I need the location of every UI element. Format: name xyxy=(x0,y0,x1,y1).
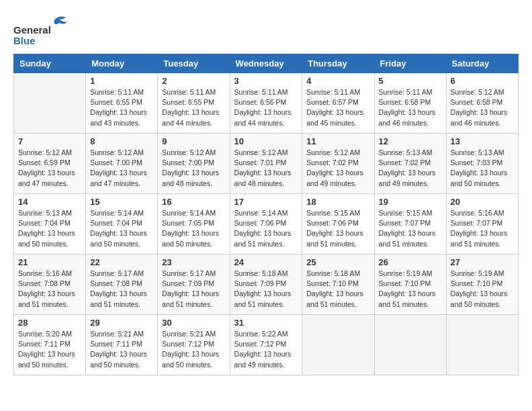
day-number: 18 xyxy=(306,197,369,207)
day-cell: 25Sunrise: 5:18 AMSunset: 7:10 PMDayligh… xyxy=(302,255,374,315)
week-row-1: 1Sunrise: 5:11 AMSunset: 6:55 PMDaylight… xyxy=(14,73,519,134)
day-number: 26 xyxy=(379,257,442,267)
day-number: 10 xyxy=(234,136,298,146)
day-info: Sunrise: 5:12 AMSunset: 7:02 PMDaylight:… xyxy=(306,148,369,189)
day-number: 28 xyxy=(18,318,81,328)
day-info: Sunrise: 5:14 AMSunset: 7:04 PMDaylight:… xyxy=(90,208,153,249)
day-cell: 21Sunrise: 5:16 AMSunset: 7:08 PMDayligh… xyxy=(14,255,86,315)
day-cell: 29Sunrise: 5:21 AMSunset: 7:11 PMDayligh… xyxy=(86,315,158,375)
day-number: 7 xyxy=(18,136,81,146)
day-info: Sunrise: 5:14 AMSunset: 7:05 PMDaylight:… xyxy=(162,208,225,249)
day-info: Sunrise: 5:11 AMSunset: 6:56 PMDaylight:… xyxy=(234,87,298,128)
day-info: Sunrise: 5:11 AMSunset: 6:55 PMDaylight:… xyxy=(90,87,153,128)
day-info: Sunrise: 5:19 AMSunset: 7:10 PMDaylight:… xyxy=(451,269,514,310)
day-number: 13 xyxy=(451,136,514,146)
day-number: 11 xyxy=(306,136,369,146)
day-info: Sunrise: 5:18 AMSunset: 7:10 PMDaylight:… xyxy=(306,269,369,310)
day-number: 25 xyxy=(306,257,369,267)
day-cell: 2Sunrise: 5:11 AMSunset: 6:55 PMDaylight… xyxy=(158,73,230,134)
day-number: 6 xyxy=(451,76,514,86)
day-info: Sunrise: 5:21 AMSunset: 7:11 PMDaylight:… xyxy=(90,329,153,370)
day-number: 17 xyxy=(234,197,298,207)
day-cell: 22Sunrise: 5:17 AMSunset: 7:08 PMDayligh… xyxy=(86,255,158,315)
header-monday: Monday xyxy=(86,54,158,73)
day-info: Sunrise: 5:17 AMSunset: 7:08 PMDaylight:… xyxy=(90,269,153,310)
day-number: 8 xyxy=(90,136,153,146)
day-number: 1 xyxy=(90,76,153,86)
day-cell: 11Sunrise: 5:12 AMSunset: 7:02 PMDayligh… xyxy=(302,134,374,194)
day-info: Sunrise: 5:16 AMSunset: 7:08 PMDaylight:… xyxy=(18,269,81,310)
logo: General Blue xyxy=(13,13,74,47)
day-number: 23 xyxy=(162,257,225,267)
header-friday: Friday xyxy=(374,54,446,73)
day-info: Sunrise: 5:14 AMSunset: 7:06 PMDaylight:… xyxy=(234,208,298,249)
day-number: 14 xyxy=(18,197,81,207)
day-cell: 10Sunrise: 5:12 AMSunset: 7:01 PMDayligh… xyxy=(230,134,302,194)
day-info: Sunrise: 5:12 AMSunset: 6:59 PMDaylight:… xyxy=(18,148,81,189)
day-cell: 4Sunrise: 5:11 AMSunset: 6:57 PMDaylight… xyxy=(302,73,374,134)
logo-svg: General Blue xyxy=(13,13,74,47)
header-tuesday: Tuesday xyxy=(158,54,230,73)
day-cell: 23Sunrise: 5:17 AMSunset: 7:09 PMDayligh… xyxy=(158,255,230,315)
day-cell xyxy=(302,315,374,375)
day-number: 4 xyxy=(306,76,369,86)
day-info: Sunrise: 5:11 AMSunset: 6:58 PMDaylight:… xyxy=(379,87,442,128)
week-row-5: 28Sunrise: 5:20 AMSunset: 7:11 PMDayligh… xyxy=(14,315,519,375)
week-row-2: 7Sunrise: 5:12 AMSunset: 6:59 PMDaylight… xyxy=(14,134,519,194)
day-number: 2 xyxy=(162,76,225,86)
calendar-header-row: SundayMondayTuesdayWednesdayThursdayFrid… xyxy=(14,54,519,73)
day-info: Sunrise: 5:15 AMSunset: 7:06 PMDaylight:… xyxy=(306,208,369,249)
day-cell: 20Sunrise: 5:16 AMSunset: 7:07 PMDayligh… xyxy=(446,194,518,255)
day-info: Sunrise: 5:12 AMSunset: 7:01 PMDaylight:… xyxy=(234,148,298,189)
day-cell: 17Sunrise: 5:14 AMSunset: 7:06 PMDayligh… xyxy=(230,194,302,255)
svg-text:General: General xyxy=(13,24,51,36)
day-info: Sunrise: 5:12 AMSunset: 7:00 PMDaylight:… xyxy=(162,148,225,189)
day-cell: 15Sunrise: 5:14 AMSunset: 7:04 PMDayligh… xyxy=(86,194,158,255)
day-cell xyxy=(446,315,518,375)
day-cell: 13Sunrise: 5:13 AMSunset: 7:03 PMDayligh… xyxy=(446,134,518,194)
day-number: 12 xyxy=(379,136,442,146)
day-cell: 19Sunrise: 5:15 AMSunset: 7:07 PMDayligh… xyxy=(374,194,446,255)
day-cell: 8Sunrise: 5:12 AMSunset: 7:00 PMDaylight… xyxy=(86,134,158,194)
day-number: 24 xyxy=(234,257,298,267)
day-cell: 12Sunrise: 5:13 AMSunset: 7:02 PMDayligh… xyxy=(374,134,446,194)
day-info: Sunrise: 5:12 AMSunset: 6:58 PMDaylight:… xyxy=(451,87,514,128)
day-cell: 31Sunrise: 5:22 AMSunset: 7:12 PMDayligh… xyxy=(230,315,302,375)
day-cell: 28Sunrise: 5:20 AMSunset: 7:11 PMDayligh… xyxy=(14,315,86,375)
day-cell: 3Sunrise: 5:11 AMSunset: 6:56 PMDaylight… xyxy=(230,73,302,134)
day-number: 22 xyxy=(90,257,153,267)
day-info: Sunrise: 5:12 AMSunset: 7:00 PMDaylight:… xyxy=(90,148,153,189)
day-number: 15 xyxy=(90,197,153,207)
header-thursday: Thursday xyxy=(302,54,374,73)
day-cell xyxy=(374,315,446,375)
day-cell: 18Sunrise: 5:15 AMSunset: 7:06 PMDayligh… xyxy=(302,194,374,255)
day-number: 20 xyxy=(451,197,514,207)
day-info: Sunrise: 5:13 AMSunset: 7:03 PMDaylight:… xyxy=(451,148,514,189)
day-cell: 1Sunrise: 5:11 AMSunset: 6:55 PMDaylight… xyxy=(86,73,158,134)
day-cell xyxy=(14,73,86,134)
day-info: Sunrise: 5:21 AMSunset: 7:12 PMDaylight:… xyxy=(162,329,225,370)
week-row-3: 14Sunrise: 5:13 AMSunset: 7:04 PMDayligh… xyxy=(14,194,519,255)
day-number: 5 xyxy=(379,76,442,86)
day-info: Sunrise: 5:11 AMSunset: 6:57 PMDaylight:… xyxy=(306,87,369,128)
day-number: 16 xyxy=(162,197,225,207)
day-info: Sunrise: 5:15 AMSunset: 7:07 PMDaylight:… xyxy=(379,208,442,249)
header-saturday: Saturday xyxy=(446,54,518,73)
day-cell: 26Sunrise: 5:19 AMSunset: 7:10 PMDayligh… xyxy=(374,255,446,315)
day-info: Sunrise: 5:16 AMSunset: 7:07 PMDaylight:… xyxy=(451,208,514,249)
header-wednesday: Wednesday xyxy=(230,54,302,73)
calendar-table: SundayMondayTuesdayWednesdayThursdayFrid… xyxy=(13,54,519,375)
day-cell: 30Sunrise: 5:21 AMSunset: 7:12 PMDayligh… xyxy=(158,315,230,375)
day-number: 9 xyxy=(162,136,225,146)
day-number: 19 xyxy=(379,197,442,207)
day-info: Sunrise: 5:20 AMSunset: 7:11 PMDaylight:… xyxy=(18,329,81,370)
day-info: Sunrise: 5:18 AMSunset: 7:09 PMDaylight:… xyxy=(234,269,298,310)
day-info: Sunrise: 5:19 AMSunset: 7:10 PMDaylight:… xyxy=(379,269,442,310)
day-cell: 5Sunrise: 5:11 AMSunset: 6:58 PMDaylight… xyxy=(374,73,446,134)
day-cell: 14Sunrise: 5:13 AMSunset: 7:04 PMDayligh… xyxy=(14,194,86,255)
day-cell: 9Sunrise: 5:12 AMSunset: 7:00 PMDaylight… xyxy=(158,134,230,194)
week-row-4: 21Sunrise: 5:16 AMSunset: 7:08 PMDayligh… xyxy=(14,255,519,315)
day-info: Sunrise: 5:13 AMSunset: 7:02 PMDaylight:… xyxy=(379,148,442,189)
day-number: 31 xyxy=(234,318,298,328)
day-number: 27 xyxy=(451,257,514,267)
